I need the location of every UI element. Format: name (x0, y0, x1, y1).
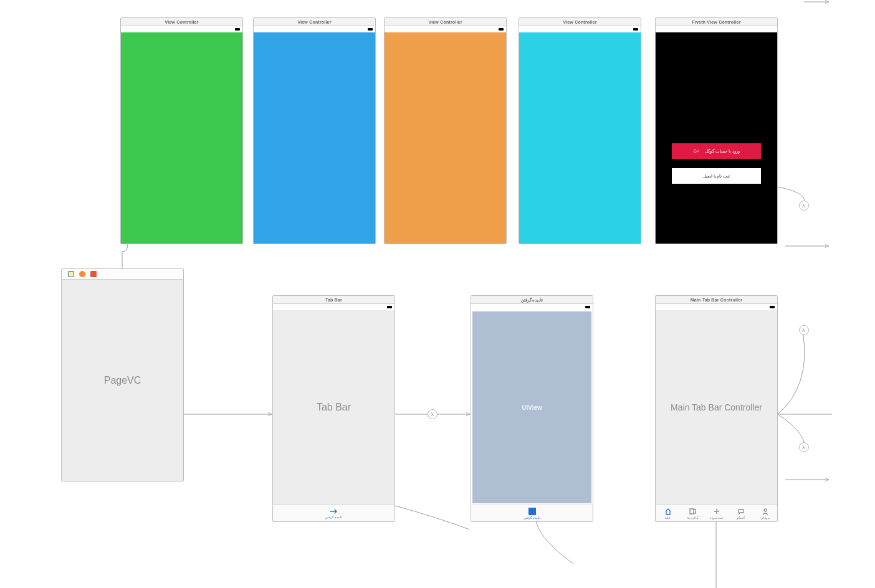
scene-title: Fiveth View Controller (656, 18, 777, 26)
tab-label: گفتگو (737, 516, 745, 519)
tab-label[interactable]: نادیده گرفتن (524, 516, 540, 519)
root-view (121, 32, 242, 244)
plus-icon (713, 508, 720, 515)
segue-icon[interactable] (799, 201, 809, 211)
container-placeholder: Main Tab Bar Controller (656, 310, 777, 505)
google-signin-label: ورود با حساب گوگل (705, 149, 740, 153)
login-view-controller[interactable]: Fiveth View Controller G+ ورود با حساب گ… (655, 17, 778, 244)
tab-label: خانه (665, 516, 671, 519)
status-bar (471, 304, 593, 310)
container-placeholder: PageVC (62, 280, 183, 481)
container-placeholder: Tab Bar (273, 310, 394, 505)
tab-label: گالری‌ها (687, 516, 698, 519)
chat-icon (737, 508, 745, 515)
google-plus-icon: G+ (693, 149, 699, 153)
tab-galleries[interactable]: گالری‌ها (680, 505, 704, 521)
unseen-view-controller[interactable]: نادیده گرفتن UIView نادیده گرفتن (471, 295, 593, 522)
profile-icon (762, 508, 769, 515)
root-view (519, 32, 641, 244)
status-bar (385, 26, 506, 32)
scene-title: View Controller (254, 18, 375, 26)
tab-home[interactable]: خانه (656, 505, 680, 521)
scene-title: View Controller (385, 18, 506, 26)
tab-bar-controller[interactable]: Tab Bar Tab Bar نادیده گرفتن (272, 295, 395, 522)
scene-title: Main Tab Bar Controller (656, 296, 777, 304)
view-controller-icon[interactable] (68, 271, 74, 277)
uiview-label: UIView (522, 404, 542, 411)
square-icon (528, 508, 536, 515)
gallery-icon (689, 508, 696, 515)
email-signup-button[interactable]: ثبت نام با ایمیل (672, 168, 761, 184)
placeholder-label: PageVC (104, 375, 141, 386)
status-bar (273, 304, 394, 310)
tab-bar: نادیده گرفتن (273, 505, 394, 521)
page-view-controller[interactable]: PageVC (61, 268, 184, 481)
google-signin-button[interactable]: G+ ورود با حساب گوگل (672, 143, 761, 159)
exit-icon[interactable] (90, 271, 97, 277)
scene-title: نادیده گرفتن (471, 296, 593, 304)
status-bar (121, 26, 242, 32)
svg-point-0 (764, 509, 767, 511)
scene-title: View Controller (519, 18, 641, 26)
tab-bar: خانه گالری‌ها ثبت سوژه گفتگو پروفایل (656, 505, 777, 521)
root-view (385, 32, 506, 244)
placeholder-label: Main Tab Bar Controller (671, 402, 762, 412)
home-icon (664, 508, 672, 515)
root-view (254, 32, 375, 244)
status-bar (656, 304, 777, 310)
view-controller-blue[interactable]: View Controller (253, 17, 376, 244)
view-controller-cyan[interactable]: View Controller (519, 17, 641, 244)
root-view: G+ ورود با حساب گوگل ثبت نام با ایمیل (656, 32, 777, 244)
tab-bar: نادیده گرفتن (471, 505, 593, 521)
view-controller-orange[interactable]: View Controller (384, 17, 507, 244)
status-bar (519, 26, 641, 32)
tab-label[interactable]: نادیده گرفتن (325, 515, 342, 519)
uiview[interactable]: UIView (472, 311, 591, 503)
main-tab-bar-controller[interactable]: Main Tab Bar Controller Main Tab Bar Con… (655, 295, 778, 522)
status-bar (656, 26, 777, 32)
arrow-right-icon (330, 508, 338, 514)
scene-selection-bar[interactable] (62, 269, 183, 280)
scene-title: View Controller (121, 18, 242, 26)
segue-icon[interactable] (799, 442, 809, 452)
first-responder-icon[interactable] (79, 271, 85, 277)
scene-title: Tab Bar (273, 296, 394, 304)
view-controller-green[interactable]: View Controller (120, 17, 243, 244)
status-bar (254, 26, 375, 32)
segue-icon[interactable] (799, 325, 809, 335)
tab-label: پروفایل (760, 516, 770, 519)
placeholder-label: Tab Bar (317, 402, 351, 413)
tab-chat[interactable]: گفتگو (729, 505, 753, 521)
segue-icon[interactable] (428, 409, 438, 419)
tab-add[interactable]: ثبت سوژه (704, 505, 729, 521)
tab-profile[interactable]: پروفایل (753, 505, 777, 521)
tab-label: ثبت سوژه (710, 516, 723, 519)
email-signup-label: ثبت نام با ایمیل (703, 174, 730, 178)
